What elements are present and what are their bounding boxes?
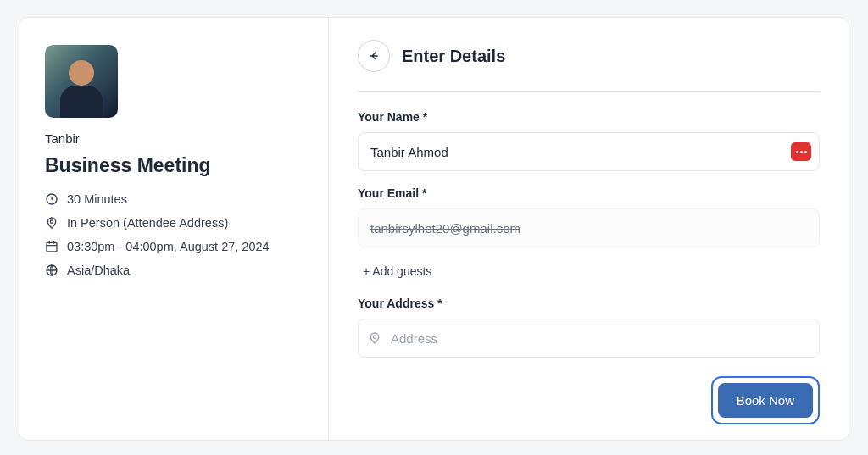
- details-form-panel: Enter Details Your Name * Your Email * t…: [329, 18, 849, 440]
- email-input-wrap: tanbirsylhet20@gmail.com: [358, 208, 820, 247]
- email-input[interactable]: tanbirsylhet20@gmail.com: [358, 208, 820, 247]
- meeting-title: Business Meeting: [45, 154, 303, 177]
- back-button[interactable]: [358, 40, 390, 72]
- svg-rect-2: [47, 242, 57, 252]
- name-input[interactable]: [358, 132, 820, 171]
- duration-row: 30 Minutes: [45, 192, 303, 206]
- svg-point-1: [50, 220, 53, 223]
- booking-card: Tanbir Business Meeting 30 Minutes In Pe…: [19, 17, 849, 441]
- location-icon: [45, 216, 58, 230]
- location-text: In Person (Attendee Address): [67, 216, 228, 230]
- svg-point-4: [373, 336, 376, 338]
- address-input-wrap: [358, 319, 820, 358]
- clock-icon: [45, 192, 58, 206]
- globe-icon: [45, 264, 58, 277]
- book-button-highlight: Book Now: [711, 376, 820, 424]
- email-label: Your Email *: [358, 186, 820, 200]
- datetime-row: 03:30pm - 04:00pm, August 27, 2024: [45, 240, 303, 253]
- duration-text: 30 Minutes: [67, 192, 127, 206]
- form-footer: Book Now: [358, 376, 820, 424]
- host-avatar: [45, 45, 118, 118]
- timezone-text: Asia/Dhaka: [67, 264, 130, 277]
- add-guests-button[interactable]: + Add guests: [363, 264, 820, 278]
- name-label: Your Name *: [358, 110, 820, 124]
- datetime-text: 03:30pm - 04:00pm, August 27, 2024: [67, 240, 270, 253]
- host-name: Tanbir: [45, 131, 303, 146]
- password-manager-icon[interactable]: [791, 142, 811, 161]
- timezone-row: Asia/Dhaka: [45, 264, 303, 277]
- location-row: In Person (Attendee Address): [45, 216, 303, 230]
- address-pin-icon: [368, 331, 381, 345]
- address-label: Your Address *: [358, 297, 820, 310]
- address-input[interactable]: [358, 319, 820, 358]
- arrow-left-icon: [367, 49, 381, 63]
- form-title: Enter Details: [402, 47, 505, 66]
- name-input-wrap: [358, 132, 820, 171]
- meeting-summary-panel: Tanbir Business Meeting 30 Minutes In Pe…: [19, 18, 329, 440]
- calendar-icon: [45, 240, 58, 253]
- form-header: Enter Details: [358, 40, 820, 92]
- book-now-button[interactable]: Book Now: [718, 383, 813, 418]
